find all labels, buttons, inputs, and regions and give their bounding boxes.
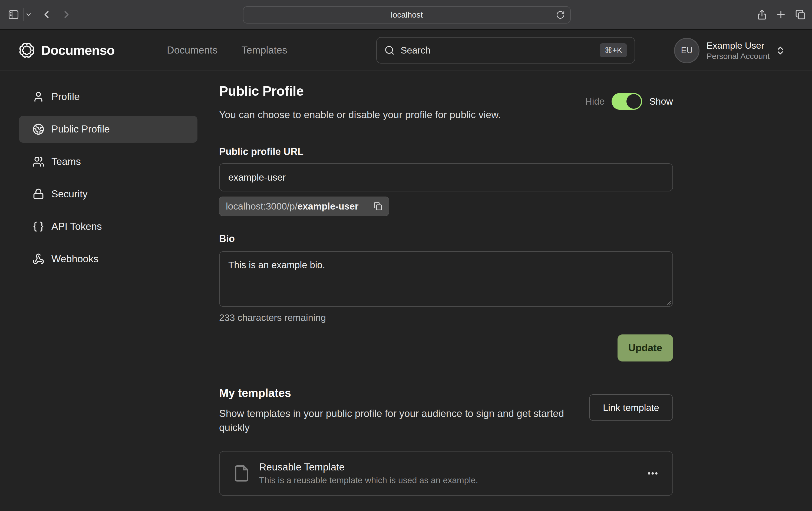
chevron-right-icon (61, 9, 72, 21)
characters-remaining: 233 characters remaining (219, 312, 326, 323)
chevron-left-icon (40, 9, 53, 21)
sidebar-item-label: Public Profile (51, 124, 110, 135)
share-url-prefix: localhost:3000/p/ (226, 201, 297, 211)
share-button[interactable] (755, 7, 769, 22)
chevrons-up-down-icon (775, 46, 785, 56)
template-title: Reusable Template (259, 461, 478, 473)
user-menu-button[interactable]: EU Example User Personal Account (674, 36, 785, 65)
documenso-logo-icon (19, 42, 35, 59)
template-description: This is a reusable template which is use… (259, 475, 478, 485)
sidebar-item-label: Teams (51, 156, 81, 168)
profile-url-label: Public profile URL (219, 146, 303, 157)
sidebar-item-public-profile[interactable]: Public Profile (19, 116, 198, 143)
sidebar-item-security[interactable]: Security (19, 181, 198, 208)
file-icon (233, 462, 251, 484)
template-card-text: Reusable Template This is a reusable tem… (259, 461, 478, 485)
sidebar-item-profile[interactable]: Profile (19, 83, 198, 110)
sidebar-panel-icon (7, 9, 20, 21)
section-divider (219, 132, 673, 132)
bio-textarea[interactable]: This is an example bio. (219, 251, 673, 307)
public-profile-page: Public Profile You can choose to enable … (219, 0, 673, 511)
avatar-initials: EU (681, 46, 692, 55)
template-card: Reusable Template This is a reusable tem… (219, 451, 673, 496)
sidebar-item-api-tokens[interactable]: API Tokens (19, 213, 198, 240)
forward-button[interactable] (59, 7, 74, 22)
profile-url-copy-button[interactable]: localhost:3000/p/example-user (219, 197, 389, 216)
sidebar-item-label: Webhooks (51, 253, 98, 265)
nav-documents[interactable]: Documents (167, 44, 218, 56)
toggle-knob (627, 94, 641, 109)
back-button[interactable] (39, 7, 54, 22)
avatar: EU (674, 38, 699, 63)
chevron-down-icon (25, 11, 32, 18)
profile-visibility-control: Hide Show (585, 93, 673, 110)
update-button[interactable]: Update (617, 334, 673, 361)
template-menu-button[interactable] (643, 464, 662, 483)
lock-icon (32, 188, 45, 200)
user-name: Example User (706, 40, 773, 51)
profile-url-input[interactable] (219, 163, 673, 191)
copy-icon (374, 202, 382, 211)
brand-logo-link[interactable]: Documenso (19, 42, 114, 59)
tab-overview-button[interactable] (793, 7, 807, 22)
braces-icon (32, 221, 45, 233)
toggle-hide-label: Hide (585, 96, 605, 107)
templates-section-description: Show templates in your public profile fo… (219, 407, 582, 435)
resize-handle[interactable] (664, 298, 671, 305)
brand-name: Documenso (41, 43, 114, 58)
sidebar-toggle-button[interactable] (6, 7, 21, 22)
share-icon (756, 9, 768, 21)
toggle-show-label: Show (649, 96, 673, 107)
settings-sidebar: Profile Public Profile Teams Security AP… (19, 83, 198, 273)
sidebar-item-label: Profile (51, 91, 80, 102)
sidebar-item-label: Security (51, 188, 88, 200)
share-url-slug: example-user (297, 201, 359, 211)
tab-group-menu-button[interactable] (23, 7, 35, 22)
sidebar-item-label: API Tokens (51, 221, 102, 232)
link-template-button[interactable]: Link template (589, 394, 673, 421)
page-title: Public Profile (219, 83, 304, 99)
tabs-icon (795, 9, 806, 20)
sidebar-item-webhooks[interactable]: Webhooks (19, 245, 198, 273)
users-icon (32, 156, 45, 168)
bio-label: Bio (219, 233, 235, 244)
user-account-type: Personal Account (706, 51, 773, 61)
new-tab-button[interactable] (774, 7, 788, 22)
page-description: You can choose to enable or disable your… (219, 109, 501, 121)
share-url: localhost:3000/p/example-user (226, 201, 358, 212)
ellipsis-icon (646, 467, 659, 480)
bio-field-wrap: This is an example bio. (219, 251, 673, 307)
sidebar-item-teams[interactable]: Teams (19, 148, 198, 175)
plus-icon (775, 9, 787, 20)
webhook-icon (32, 253, 45, 265)
user-icon (32, 91, 45, 103)
user-text: Example User Personal Account (706, 40, 773, 61)
templates-section-title: My templates (219, 387, 291, 400)
profile-visibility-toggle[interactable] (612, 93, 642, 110)
globe-icon (32, 123, 45, 135)
